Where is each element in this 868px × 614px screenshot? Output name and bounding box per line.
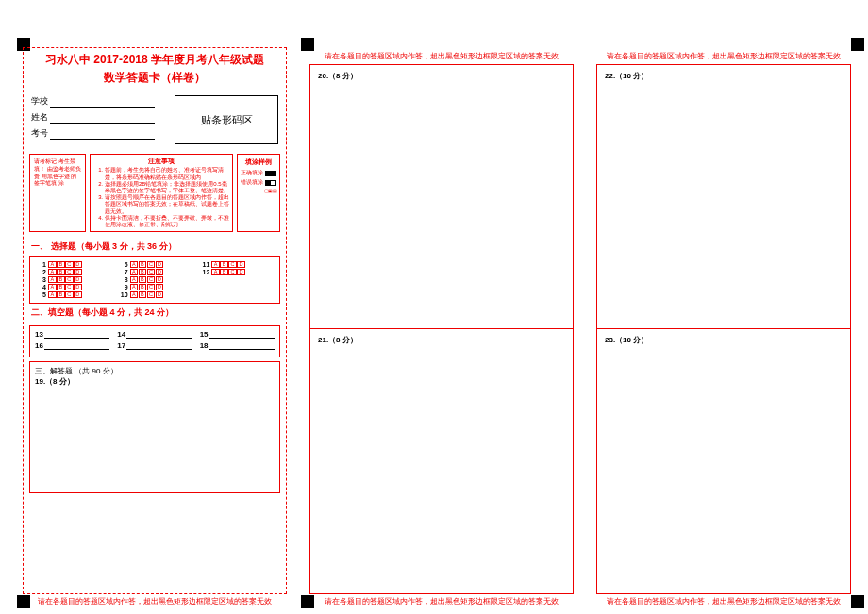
bubble[interactable]: B [57,291,65,298]
bubble[interactable]: D [156,269,164,275]
bubble[interactable]: B [139,284,147,290]
fb-line[interactable] [209,341,275,350]
bubble[interactable]: D [74,291,82,298]
fb-num-15: 15 [200,330,209,339]
mcq-section-title: 一、 选择题（每小题 3 分，共 36 分） [24,238,286,256]
bubble[interactable]: D [156,261,164,268]
bubble[interactable]: B [57,261,65,268]
fb-num-13: 13 [35,330,43,339]
warning-bot-col2: 请在各题目的答题区域内作答，超出黑色矩形边框限定区域的答案无效 [309,596,574,606]
instructions-right: 填涂样例 正确填涂 错误填涂 ▢▣▤ [237,154,280,232]
mcq-item: 10ABCD [117,291,193,298]
barcode-area: 贴条形码区 [175,95,278,144]
answer-box-21: 21.（8 分） [310,329,573,593]
exam-title-1: 习水八中 2017-2018 学年度月考八年级试题 [24,48,286,70]
bubble[interactable]: B [57,276,65,283]
bubble[interactable]: C [147,284,156,290]
instr-item: 保持卡面清洁，不要折叠、不要弄破、弄皱，不准使用涂改液、修正带、刮纸刀 [105,215,229,228]
bubble[interactable]: D [156,284,164,290]
fb-line[interactable] [44,341,109,350]
mcq-num: 3 [35,276,46,283]
answer-box-20: 20.（8 分） [310,65,573,329]
bubble[interactable]: B [139,291,147,298]
bubble[interactable]: B [220,261,228,268]
bubble[interactable]: C [147,291,156,298]
bubble[interactable]: C [65,269,74,275]
bubble[interactable]: D [74,284,82,290]
bubble[interactable]: A [130,291,139,298]
instructions-left: 请考标记 考生禁填！ 由监考老师负责 用黑色字迹 的签字笔填 涂 [29,154,86,232]
bubble[interactable]: A [48,284,57,290]
bubble[interactable]: D [237,261,245,268]
bubble[interactable]: A [48,269,57,275]
bubble[interactable]: A [130,276,139,283]
corner-marker [851,595,864,608]
bubble[interactable]: C [228,269,237,275]
bubble[interactable]: D [74,276,82,283]
bubble[interactable]: C [65,261,74,268]
q21-label: 21.（8 分） [318,336,358,344]
fb-line[interactable] [44,330,109,339]
column-3: 22.（10 分） 23.（10 分） [596,64,851,594]
student-info: 学校 姓名 考号 贴条形码区 [24,86,286,148]
bubble[interactable]: B [57,284,65,290]
bubble[interactable]: C [147,261,156,268]
bubble[interactable]: C [147,269,156,275]
mcq-item: 9ABCD [117,284,193,290]
fb-num-14: 14 [117,330,125,339]
warning-bot-col3: 请在各题目的答题区域内作答，超出黑色矩形边框限定区域的答案无效 [596,596,851,606]
warning-top-col3: 请在各题目的答题区域内作答，超出黑色矩形边框限定区域的答案无效 [596,51,851,61]
answer-box-22: 22.（10 分） [597,65,850,329]
bubble[interactable]: D [74,261,82,268]
warning-bot-col1: 请在各题目的答题区域内作答，超出黑色矩形边框限定区域的答案无效 [23,596,287,606]
bubble[interactable]: C [65,291,74,298]
fillblank-box: 13 14 15 16 17 18 [29,325,280,357]
bubble[interactable]: A [211,261,220,268]
bubble[interactable]: D [74,269,82,275]
bubble[interactable]: D [156,291,164,298]
instr-mid-title: 注意事项 [93,158,229,165]
bubble[interactable]: A [211,269,220,275]
bubble[interactable]: A [130,284,139,290]
bubble[interactable]: A [48,291,57,298]
bubble[interactable]: B [139,276,147,283]
q22-label: 22.（10 分） [605,72,648,80]
mcq-item: 1ABCD [35,261,111,268]
name-label: 姓名 [31,111,48,124]
bubble[interactable]: C [228,261,237,268]
mcq-num: 4 [35,284,46,290]
bubble[interactable]: B [57,269,65,275]
mcq-item [198,284,275,290]
bubble[interactable]: B [220,269,228,275]
mcq-item: 2ABCD [35,269,111,275]
bubble[interactable]: A [48,261,57,268]
mcq-item [198,291,275,298]
ans-section-title: 三、解答题 （共 90 分） [35,366,275,376]
school-input-line[interactable] [50,95,155,108]
fb-num-16: 16 [35,341,43,350]
bubble[interactable]: C [65,276,74,283]
mcq-num: 5 [35,291,46,298]
bubble[interactable]: A [48,276,57,283]
bubble[interactable]: B [139,261,147,268]
name-input-line[interactable] [50,111,155,124]
wrong-fill-bubbles: ▢▣▤ [264,188,277,193]
bubble[interactable]: B [139,269,147,275]
bubble[interactable]: C [65,284,74,290]
bubble[interactable]: A [130,261,139,268]
fb-line[interactable] [209,330,275,339]
examno-input-line[interactable] [50,127,155,140]
column-2: 20.（8 分） 21.（8 分） [309,64,574,594]
mcq-num: 1 [35,261,46,268]
bubble[interactable]: A [130,269,139,275]
instructions-mid: 注意事项 答题前，考生先将自己的姓名、准考证号填写清楚，将条形码准确粘贴在条形码… [90,154,233,232]
fb-line[interactable] [126,341,192,350]
mcq-num: 8 [117,276,128,283]
bubble[interactable]: C [147,276,156,283]
fb-line[interactable] [126,330,192,339]
mcq-box: 1ABCD6ABCD11ABCD2ABCD7ABCD12ABCD3ABCD8AB… [29,256,280,304]
mcq-item: 7ABCD [117,269,193,275]
column-1: 习水八中 2017-2018 学年度月考八年级试题 数学答题卡（样卷） 学校 姓… [23,47,287,594]
bubble[interactable]: D [237,269,245,275]
bubble[interactable]: D [156,276,164,283]
